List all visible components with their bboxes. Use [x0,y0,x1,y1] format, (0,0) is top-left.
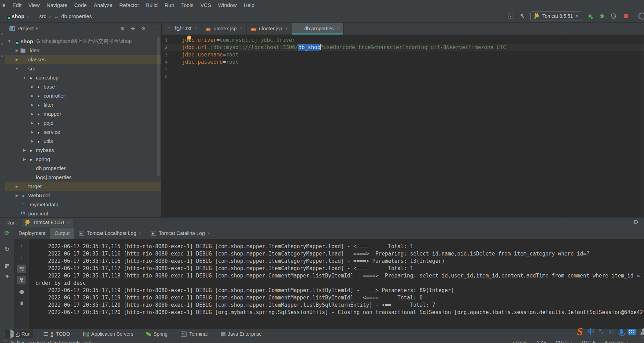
menu-item-navigate[interactable]: Navigate [43,2,71,8]
intention-bulb-icon[interactable] [187,36,192,41]
code-line-1[interactable]: 1jdbc.driver=com.mysql.cj.jdbc.Driver [162,37,644,44]
breadcrumb-item-dbproperties[interactable]: db.properties [53,13,93,19]
menu-item-analyze[interactable]: Analyze [90,2,116,8]
tree-item-idea[interactable]: ▶.idea [5,46,161,55]
toolwindow-6--todo[interactable]: 6: TODO [41,330,73,338]
code-line-6[interactable]: 6 [162,73,644,81]
clear-all-trash-button[interactable] [17,299,26,307]
menu-item-window[interactable]: Window [215,2,240,8]
code-line-2[interactable]: 2jdbc.url=jdbc:mysql://localhost:3306/db… [162,44,644,51]
chevron-right-icon[interactable]: ▶ [29,112,36,116]
menu-item-tools[interactable]: Tools [178,2,197,8]
run-button[interactable] [586,12,594,20]
tree-item-classes[interactable]: ▶classes [5,55,161,64]
editor-scrollbar[interactable] [641,35,644,217]
status-widget-2-45[interactable]: 2:45 [537,340,546,343]
up-stack-trace-button[interactable]: ↑ [17,242,26,250]
down-stack-trace-button[interactable]: ↓ [17,253,26,261]
soft-wrap-toggle[interactable] [17,265,26,273]
close-icon[interactable]: × [337,26,340,31]
tree-item-utils[interactable]: ▶utils [5,136,161,145]
chevron-right-icon[interactable]: ▶ [21,148,28,152]
menu-item-refactor[interactable]: Refactor [116,2,143,8]
editor-tab-ufooterjsp[interactable]: ufooter.jsp× [247,22,292,35]
chevron-right-icon[interactable]: ▶ [29,139,36,143]
rerun-server-button[interactable]: ⟳ [5,230,9,236]
tree-item-shop[interactable]: ▼shopG:\shejiing\ssm网上农产品交易平台\shop [5,37,161,46]
tree-scrollbar[interactable] [157,37,160,176]
settings-gear-icon[interactable]: ⚙ [633,219,638,226]
ime-language-toggle[interactable]: 中 [588,327,595,336]
toolwindow-terminal[interactable]: Terminal [178,330,210,338]
editor[interactable]: 1jdbc.driver=com.mysql.cj.jdbc.Driver2jd… [162,35,644,217]
chevron-right-icon[interactable]: ▶ [14,48,20,52]
status-widget-4-spaces[interactable]: 4 spaces▲ [605,340,629,343]
code-line-4[interactable]: 4jdbc.password=root [162,59,644,66]
chevron-down-icon[interactable]: ▼ [14,67,20,70]
run-with-coverage-button[interactable] [610,12,618,20]
chevron-down-icon[interactable]: ▼ [35,26,39,30]
chevron-down-icon[interactable]: ▼ [6,39,13,43]
restore-layout-button[interactable] [4,263,10,269]
editor-tab-uIndexjsp[interactable]: uIndex.jsp× [201,22,247,35]
pin-tab-button[interactable] [4,274,10,280]
debug-button[interactable] [598,12,606,20]
tree-item-log4jproperties[interactable]: log4j.properties [5,173,161,182]
menu-item-view[interactable]: View [25,2,43,8]
chevron-right-icon[interactable]: ▶ [29,130,36,134]
toolwindow-spring[interactable]: Spring [144,330,170,338]
run-configuration-select[interactable]: Tomcat 8.5.51 ▼ [530,12,582,21]
close-icon[interactable]: × [67,220,70,225]
chevron-right-icon[interactable]: ▶ [14,193,20,197]
sogou-logo-icon[interactable]: S [576,326,584,337]
chevron-right-icon[interactable]: ▶ [14,184,20,188]
code-line-5[interactable]: 5 [162,66,644,73]
chevron-right-icon[interactable]: ▶ [21,157,28,161]
tree-item-src[interactable]: ▼src [5,64,161,73]
console-tab-tomcat-catalina-log[interactable]: Tomcat Catalina Log× [146,228,215,239]
menu-item-le[interactable]: le [0,2,9,8]
build-hammer-button[interactable] [519,12,526,20]
hide-panel-icon[interactable]: — [151,25,156,31]
show-run-window-button[interactable] [507,12,514,20]
tree-item-pojo[interactable]: ▶pojo [5,118,161,127]
tree-item-pomxml[interactable]: pom.xml [5,209,161,217]
project-view-title[interactable]: Project [17,25,34,31]
tree-item-service[interactable]: ▶service [5,127,161,136]
close-icon[interactable]: × [139,231,141,236]
close-icon[interactable]: × [285,26,288,31]
toolwindow-application-servers[interactable]: Application Servers [80,330,136,338]
tree-item-filter[interactable]: ▶filter [5,100,161,109]
tree-item-WebRoot[interactable]: ▶WebRoot [5,191,161,200]
status-widget-7-chars[interactable]: 7 chars [512,340,528,343]
ime-keyboard-icon[interactable] [628,329,636,335]
tree-item-comshop[interactable]: ▼com.shop [5,73,161,82]
status-widget-crlf[interactable]: CRLF▲ [555,340,573,343]
tree-item-dbproperties[interactable]: db.properties [5,163,161,173]
console-scrollbar-dots[interactable] [642,331,643,340]
toolwindow-4--run[interactable]: 4: Run [5,330,33,338]
tree-item-mymetadata[interactable]: .mymetadata [5,200,161,209]
tree-item-base[interactable]: ▶base [5,82,161,91]
menu-item-build[interactable]: Build [143,2,161,8]
tree-item-controller[interactable]: ▶controller [5,91,161,100]
run-session-tab[interactable]: Tomcat 8.5.51 × [22,219,74,227]
breadcrumb-item-shop[interactable]: shop [3,13,25,19]
tree-item-mapper[interactable]: ▶mapper [5,109,161,118]
console-tab-deployment[interactable]: Deployment [14,228,50,239]
close-icon[interactable]: × [207,231,210,236]
tree-item-mybatis[interactable]: ▶mybatis [5,145,161,154]
menu-item-run[interactable]: Run [161,2,178,8]
chevron-right-icon[interactable]: ▶ [29,121,36,125]
toolwindow-java-enterprise[interactable]: Java Enterprise [218,330,264,338]
search-everywhere-icon[interactable] [638,13,644,20]
menu-item-help[interactable]: Help [240,2,258,8]
breadcrumb-item-src[interactable]: src [31,13,47,19]
ime-emoji-button[interactable]: ☺ [608,327,615,336]
print-button[interactable] [17,288,26,296]
ime-microphone-icon[interactable] [620,329,623,334]
ime-punctuation-toggle[interactable]: °, [599,328,603,335]
close-icon[interactable]: × [194,26,197,31]
tree-item-target[interactable]: ▶target [5,182,161,191]
chevron-right-icon[interactable]: ▶ [14,58,20,61]
